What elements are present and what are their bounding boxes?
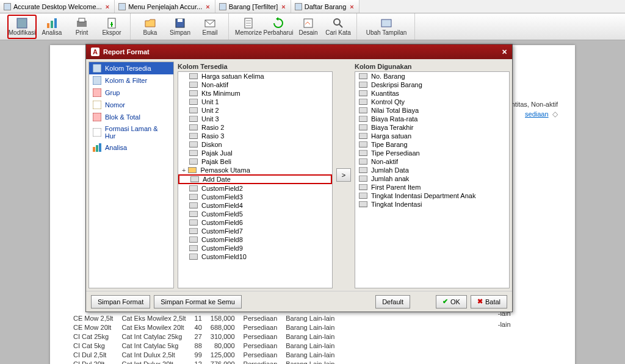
app-icon: A [91, 48, 99, 56]
sidebar-item-nomor[interactable]: Nomor [89, 99, 173, 111]
list-item[interactable]: Tipe Barang [355, 140, 509, 149]
cari-kata-button[interactable]: Cari Kata [323, 15, 353, 39]
modifikasi-button[interactable]: Modifikasi [7, 15, 37, 39]
svg-rect-21 [96, 145, 98, 152]
print-button[interactable]: Print [67, 15, 96, 39]
report-meta: antitas, Non-aktif sediaan ◇ [507, 100, 558, 120]
tab-menu[interactable]: Menu Penjelajah Accur...× [115, 0, 215, 13]
list-item[interactable]: Harga satuan [355, 132, 509, 140]
list-item[interactable]: Pajak Jual [178, 149, 332, 157]
list-item[interactable]: Non-aktif [355, 157, 509, 166]
ok-button[interactable]: ✔OK [436, 295, 467, 309]
sidebar-item-formasi[interactable]: Formasi Laman & Hur [89, 123, 173, 141]
tab-welcome[interactable]: Accurate Desktop Welcome...× [0, 0, 115, 13]
close-icon[interactable]: × [204, 3, 211, 10]
close-icon[interactable]: × [104, 3, 110, 10]
field-icon [189, 116, 198, 122]
list-item[interactable]: Deskripsi Barang [355, 80, 509, 89]
field-icon [190, 176, 199, 182]
list-item[interactable]: Biaya Rata-rata [355, 115, 509, 123]
memorize-icon [242, 17, 255, 29]
sidebar-item-analisa[interactable]: Analisa [89, 141, 173, 154]
email-button[interactable]: Email [195, 15, 225, 39]
list-item[interactable]: Diskon [178, 140, 332, 149]
list-item[interactable]: CustomField6 [178, 218, 332, 227]
field-icon [359, 141, 367, 148]
field-icon [359, 82, 367, 88]
field-icon [189, 202, 198, 209]
svg-rect-15 [93, 76, 101, 85]
simpan-format-semua-button[interactable]: Simpan Format ke Semu [154, 295, 242, 309]
list-item[interactable]: Harga satuan Kelima [178, 72, 332, 80]
move-right-button[interactable]: > [336, 168, 351, 182]
field-icon [189, 90, 198, 96]
list-item[interactable]: CustomField3 [178, 193, 332, 201]
list-item[interactable]: No. Barang [355, 72, 509, 80]
list-item[interactable]: Nilai Total Biaya [355, 106, 509, 115]
buka-button[interactable]: Buka [135, 15, 165, 39]
tab-icon [219, 3, 226, 10]
list-item[interactable]: Biaya Terakhir [355, 123, 509, 132]
meta-link[interactable]: sediaan [525, 110, 549, 118]
list-item[interactable]: CustomField8 [178, 235, 332, 244]
list-item[interactable]: Jumlah Data [355, 166, 509, 174]
field-icon [189, 141, 198, 148]
list-item[interactable]: CustomField2 [178, 184, 332, 193]
list-item[interactable]: Pajak Beli [178, 157, 332, 166]
sidebar-item-kolom-tersedia[interactable]: Kolom Tersedia [89, 62, 173, 74]
view-icon [380, 17, 392, 29]
dialog-titlebar[interactable]: A Report Format ✕ [86, 45, 512, 59]
list-item[interactable]: CustomField9 [178, 244, 332, 252]
list-item[interactable]: CustomField4 [178, 201, 332, 210]
list-item[interactable]: Unit 2 [178, 106, 332, 115]
list-item[interactable]: Rasio 2 [178, 123, 332, 132]
list-item[interactable]: Unit 3 [178, 115, 332, 123]
sidebar-item-kolom-filter[interactable]: Kolom & Filter [89, 74, 173, 87]
list-item[interactable]: CustomField5 [178, 210, 332, 218]
list-item[interactable]: Tingkat Indentasi [355, 200, 509, 209]
used-columns-list[interactable]: No. Barang Deskripsi Barang Kuantitas Ko… [355, 71, 510, 288]
list-item[interactable]: Kuantitas [355, 89, 509, 98]
batal-button[interactable]: ✖Batal [471, 295, 507, 309]
perbaharui-button[interactable]: Perbaharui [264, 15, 293, 39]
available-columns-list[interactable]: Harga satuan Kelima Non-aktif Kts Minimu… [178, 71, 333, 288]
list-item[interactable]: Non-aktif [178, 80, 332, 89]
x-icon: ✖ [477, 298, 483, 305]
close-icon[interactable]: × [280, 3, 286, 10]
list-item[interactable]: Kts Minimum [178, 89, 332, 98]
memorize-button[interactable]: Memorize [234, 15, 263, 39]
close-icon[interactable]: ✕ [502, 48, 507, 56]
used-columns-label: Kolom Digunakan [355, 62, 510, 71]
field-icon [359, 90, 367, 96]
tab-daftar-barang[interactable]: Daftar Barang× [291, 0, 359, 13]
list-item[interactable]: Unit 1 [178, 98, 332, 106]
sidebar-item-grup[interactable]: Grup [89, 87, 173, 99]
list-item[interactable]: Jumlah anak [355, 174, 509, 183]
list-item[interactable]: Tipe Persediaan [355, 149, 509, 157]
ekspor-button[interactable]: Ekspor [97, 15, 126, 39]
chart-icon [93, 143, 101, 152]
field-icon [189, 82, 198, 88]
list-item[interactable]: CustomField10 [178, 252, 332, 261]
list-item[interactable]: Rasio 3 [178, 132, 332, 140]
tab-barang-filter[interactable]: Barang [Terfilter]× [215, 0, 291, 13]
field-icon [359, 167, 367, 173]
list-item[interactable]: CustomField7 [178, 227, 332, 235]
close-icon[interactable]: × [349, 3, 355, 10]
field-icon [359, 124, 367, 130]
list-item[interactable]: First Parent Item [355, 183, 509, 191]
analisa-button[interactable]: Analisa [37, 15, 67, 39]
modifikasi-icon [16, 17, 28, 29]
list-item[interactable]: Tingkat Indentasi Department Anak [355, 191, 509, 200]
table-row: CI Cat 5kgCat Int Catylac 5kg8880,000Per… [73, 342, 342, 350]
tab-label: Accurate Desktop Welcome... [13, 3, 102, 10]
ubah-tampilan-button[interactable]: Ubah Tampilan [362, 15, 411, 39]
default-button[interactable]: Default [375, 295, 410, 309]
list-item-add-date[interactable]: Add Date [178, 174, 332, 184]
desain-button[interactable]: Desain [294, 15, 323, 39]
simpan-button[interactable]: Simpan [165, 15, 195, 39]
list-item-pemasok-utama[interactable]: Pemasok Utama [178, 166, 332, 174]
simpan-format-button[interactable]: Simpan Format [91, 295, 150, 309]
sidebar-item-blok-total[interactable]: Blok & Total [89, 111, 173, 123]
list-item[interactable]: Kontrol Qty [355, 98, 509, 106]
